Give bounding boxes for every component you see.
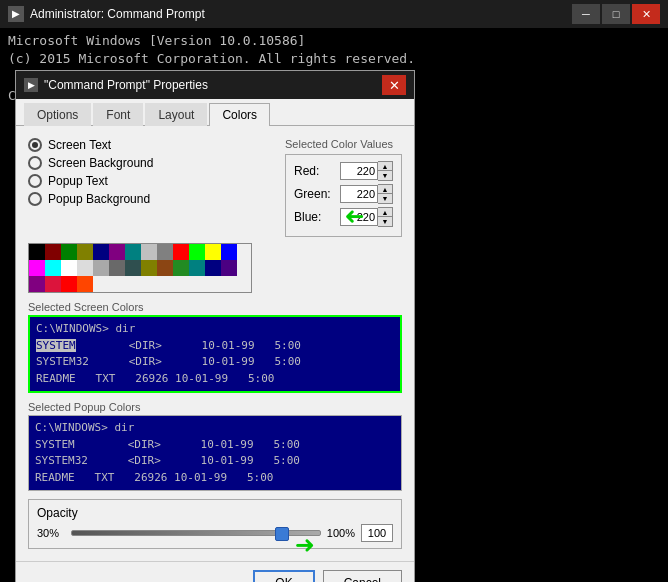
blue-row: Blue: ▲ ▼ bbox=[294, 207, 393, 227]
swatch-29[interactable] bbox=[77, 276, 93, 292]
swatch-24[interactable] bbox=[205, 260, 221, 276]
cmd-close-btn[interactable]: ✕ bbox=[632, 4, 660, 24]
radio-popup-bg-label: Popup Background bbox=[48, 192, 150, 206]
green-spin-down[interactable]: ▼ bbox=[378, 194, 392, 203]
red-spin[interactable]: ▲ ▼ bbox=[340, 161, 393, 181]
popup-preview-line1: C:\WINDOWS> dir bbox=[35, 420, 395, 437]
swatch-5[interactable] bbox=[109, 244, 125, 260]
blue-spin-btns: ▲ ▼ bbox=[378, 207, 393, 227]
radio-screen-text[interactable]: Screen Text bbox=[28, 138, 153, 152]
swatch-16[interactable] bbox=[77, 260, 93, 276]
cmd-minimize-btn[interactable]: ─ bbox=[572, 4, 600, 24]
red-spin-btns: ▲ ▼ bbox=[378, 161, 393, 181]
screen-preview-line4: README TXT 26926 10-01-99 5:00 bbox=[36, 371, 394, 388]
radio-screen-bg-circle bbox=[28, 156, 42, 170]
color-values-section: Selected Color Values Red: ▲ ▼ bbox=[285, 138, 402, 237]
swatch-18[interactable] bbox=[109, 260, 125, 276]
tab-font[interactable]: Font bbox=[93, 103, 143, 126]
tab-layout[interactable]: Layout bbox=[145, 103, 207, 126]
swatch-28[interactable] bbox=[61, 276, 77, 292]
swatch-26[interactable] bbox=[29, 276, 45, 292]
cmd-titlebar: ▶ Administrator: Command Prompt ─ □ ✕ bbox=[0, 0, 668, 28]
properties-dialog: ▶ "Command Prompt" Properties ✕ Options … bbox=[15, 70, 415, 582]
radio-screen-bg[interactable]: Screen Background bbox=[28, 156, 153, 170]
swatch-11[interactable] bbox=[205, 244, 221, 260]
swatch-3[interactable] bbox=[77, 244, 93, 260]
screen-preview-line3: SYSTEM32 <DIR> 10-01-99 5:00 bbox=[36, 354, 394, 371]
popup-colors-section: Selected Popup Colors C:\WINDOWS> dir SY… bbox=[28, 401, 402, 491]
popup-preview-line2: SYSTEM <DIR> 10-01-99 5:00 bbox=[35, 437, 395, 454]
cmd-app-icon: ▶ bbox=[8, 6, 24, 22]
blue-label: Blue: bbox=[294, 210, 336, 224]
opacity-input[interactable] bbox=[361, 524, 393, 542]
cancel-button[interactable]: Cancel bbox=[323, 570, 402, 582]
swatch-17[interactable] bbox=[93, 260, 109, 276]
swatch-8[interactable] bbox=[157, 244, 173, 260]
arrow-green-ok: ➜ bbox=[295, 526, 314, 564]
swatch-13[interactable] bbox=[29, 260, 45, 276]
swatch-7[interactable] bbox=[141, 244, 157, 260]
radio-popup-bg[interactable]: Popup Background bbox=[28, 192, 153, 206]
opacity-slider-track[interactable] bbox=[71, 530, 321, 536]
swatch-15[interactable] bbox=[61, 260, 77, 276]
cmd-line-2: (c) 2015 Microsoft Corporation. All righ… bbox=[8, 50, 660, 68]
popup-colors-label: Selected Popup Colors bbox=[28, 401, 402, 413]
dialog-body: Screen Text Screen Background Popup Text… bbox=[16, 126, 414, 561]
opacity-label: Opacity bbox=[37, 506, 393, 520]
swatch-0[interactable] bbox=[29, 244, 45, 260]
screen-colors-section: Selected Screen Colors C:\WINDOWS> dir S… bbox=[28, 301, 402, 393]
radio-popup-text[interactable]: Popup Text bbox=[28, 174, 153, 188]
cmd-title: Administrator: Command Prompt bbox=[30, 7, 572, 21]
swatch-6[interactable] bbox=[125, 244, 141, 260]
screen-preview-line1: C:\WINDOWS> dir bbox=[36, 321, 394, 338]
swatch-14[interactable] bbox=[45, 260, 61, 276]
swatch-25[interactable] bbox=[221, 260, 237, 276]
swatch-2[interactable] bbox=[61, 244, 77, 260]
green-spin-up[interactable]: ▲ bbox=[378, 185, 392, 194]
radio-popup-text-label: Popup Text bbox=[48, 174, 108, 188]
radio-screen-bg-label: Screen Background bbox=[48, 156, 153, 170]
radio-popup-text-circle bbox=[28, 174, 42, 188]
red-row: Red: ▲ ▼ bbox=[294, 161, 393, 181]
swatch-22[interactable] bbox=[173, 260, 189, 276]
dialog-close-btn[interactable]: ✕ bbox=[382, 75, 406, 95]
swatch-19[interactable] bbox=[125, 260, 141, 276]
popup-preview: C:\WINDOWS> dir SYSTEM <DIR> 10-01-99 5:… bbox=[28, 415, 402, 491]
swatch-12[interactable] bbox=[221, 244, 237, 260]
swatch-1[interactable] bbox=[45, 244, 61, 260]
red-input[interactable] bbox=[340, 162, 378, 180]
swatch-20[interactable] bbox=[141, 260, 157, 276]
opacity-row: 30% 100% bbox=[37, 524, 393, 542]
dialog-tabs: Options Font Layout Colors bbox=[16, 99, 414, 126]
arrow-green-spin: ➜ bbox=[345, 198, 364, 236]
dialog-title: "Command Prompt" Properties bbox=[44, 78, 382, 92]
cmd-line-1: Microsoft Windows [Version 10.0.10586] bbox=[8, 32, 660, 50]
color-values-box: Red: ▲ ▼ Green: bbox=[285, 154, 402, 237]
swatch-23[interactable] bbox=[189, 260, 205, 276]
radio-screen-text-label: Screen Text bbox=[48, 138, 111, 152]
screen-colors-label: Selected Screen Colors bbox=[28, 301, 402, 313]
opacity-slider-thumb[interactable] bbox=[275, 527, 289, 541]
opacity-min: 30% bbox=[37, 527, 65, 539]
red-spin-up[interactable]: ▲ bbox=[378, 162, 392, 171]
swatch-27[interactable] bbox=[45, 276, 61, 292]
tab-options[interactable]: Options bbox=[24, 103, 91, 126]
green-label: Green: bbox=[294, 187, 336, 201]
red-spin-down[interactable]: ▼ bbox=[378, 171, 392, 180]
swatch-9[interactable] bbox=[173, 244, 189, 260]
blue-spin-down[interactable]: ▼ bbox=[378, 217, 392, 226]
green-spin-btns: ▲ ▼ bbox=[378, 184, 393, 204]
ok-button[interactable]: OK bbox=[253, 570, 314, 582]
green-row: Green: ▲ ▼ bbox=[294, 184, 393, 204]
swatch-10[interactable] bbox=[189, 244, 205, 260]
opacity-section: Opacity 30% 100% bbox=[28, 499, 402, 549]
dialog-icon: ▶ bbox=[24, 78, 38, 92]
tab-colors[interactable]: Colors bbox=[209, 103, 270, 126]
radio-screen-text-circle bbox=[28, 138, 42, 152]
swatch-21[interactable] bbox=[157, 260, 173, 276]
color-values-title: Selected Color Values bbox=[285, 138, 402, 150]
blue-spin-up[interactable]: ▲ bbox=[378, 208, 392, 217]
dialog-titlebar: ▶ "Command Prompt" Properties ✕ bbox=[16, 71, 414, 99]
swatch-4[interactable] bbox=[93, 244, 109, 260]
cmd-maximize-btn[interactable]: □ bbox=[602, 4, 630, 24]
